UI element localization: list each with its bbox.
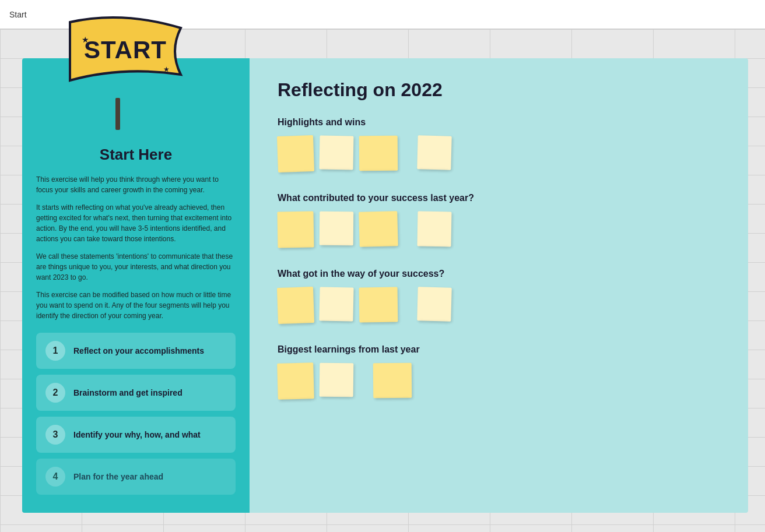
section-obstacles: What got in the way of your success? bbox=[278, 269, 720, 323]
sticky-note[interactable] bbox=[277, 362, 314, 400]
step-item-4[interactable]: 4 Plan for the year ahead bbox=[36, 459, 236, 495]
step-item-3[interactable]: 3 Identify your why, how, and what bbox=[36, 417, 236, 453]
left-para-1: This exercise will help you think throug… bbox=[36, 174, 236, 195]
sticky-notes-3 bbox=[278, 287, 720, 323]
step-label-2: Brainstorm and get inspired bbox=[73, 387, 183, 398]
step-item-1[interactable]: 1 Reflect on your accomplishments bbox=[36, 333, 236, 369]
left-title: Start Here bbox=[36, 146, 236, 164]
note-spacer bbox=[403, 287, 412, 323]
left-para-3: We call these statements 'intentions' to… bbox=[36, 251, 236, 283]
steps-list: 1 Reflect on your accomplishments 2 Brai… bbox=[36, 333, 236, 495]
sticky-note[interactable] bbox=[277, 287, 314, 324]
section-heading-1: Highlights and wins bbox=[278, 117, 720, 128]
svg-text:★: ★ bbox=[82, 35, 89, 44]
sticky-note[interactable] bbox=[319, 287, 353, 321]
section-highlights: Highlights and wins bbox=[278, 117, 720, 172]
step-label-3: Identify your why, how, and what bbox=[73, 429, 201, 440]
svg-text:★: ★ bbox=[163, 65, 170, 73]
step-number-4: 4 bbox=[45, 467, 65, 487]
left-para-2: It starts with reflecting on what you've… bbox=[36, 202, 236, 244]
start-sticker-svg: START ★ ★ bbox=[52, 10, 192, 133]
sticky-notes-1 bbox=[278, 136, 720, 172]
sticky-notes-4 bbox=[278, 363, 720, 399]
note-spacer bbox=[403, 136, 412, 172]
section-heading-3: What got in the way of your success? bbox=[278, 269, 720, 279]
sticky-note[interactable] bbox=[320, 212, 354, 246]
sticky-note[interactable] bbox=[373, 363, 412, 399]
step-label-4: Plan for the year ahead bbox=[73, 471, 163, 482]
sticky-note[interactable] bbox=[359, 136, 398, 171]
right-panel: Reflecting on 2022 Highlights and wins W… bbox=[250, 58, 748, 513]
sticky-note[interactable] bbox=[359, 287, 398, 323]
step-item-2[interactable]: 2 Brainstorm and get inspired bbox=[36, 375, 236, 411]
svg-rect-0 bbox=[115, 98, 120, 130]
step-number-3: 3 bbox=[45, 425, 65, 445]
left-para-4: This exercise can be modified based on h… bbox=[36, 290, 236, 321]
section-heading-2: What contributed to your success last ye… bbox=[278, 193, 720, 203]
sticky-note[interactable] bbox=[417, 287, 451, 321]
top-bar-label: Start bbox=[9, 10, 27, 19]
section-contributed: What contributed to your success last ye… bbox=[278, 193, 720, 248]
right-title: Reflecting on 2022 bbox=[278, 79, 720, 101]
note-spacer bbox=[359, 363, 367, 399]
step-number-2: 2 bbox=[45, 383, 65, 403]
sticky-note[interactable] bbox=[277, 135, 314, 172]
note-spacer bbox=[403, 212, 412, 248]
step-label-1: Reflect on your accomplishments bbox=[73, 346, 204, 356]
section-heading-4: Biggest learnings from last year bbox=[278, 344, 720, 355]
sticky-note[interactable] bbox=[319, 135, 353, 170]
sticky-note[interactable] bbox=[320, 363, 354, 397]
svg-text:START: START bbox=[84, 36, 167, 64]
sticky-note[interactable] bbox=[277, 211, 314, 248]
step-number-1: 1 bbox=[45, 341, 65, 361]
section-learnings: Biggest learnings from last year bbox=[278, 344, 720, 399]
sticky-note[interactable] bbox=[417, 211, 451, 246]
sticky-notes-2 bbox=[278, 212, 720, 248]
sticky-note[interactable] bbox=[359, 211, 398, 247]
start-sticker: START ★ ★ bbox=[52, 10, 192, 133]
sticky-note[interactable] bbox=[417, 135, 451, 170]
